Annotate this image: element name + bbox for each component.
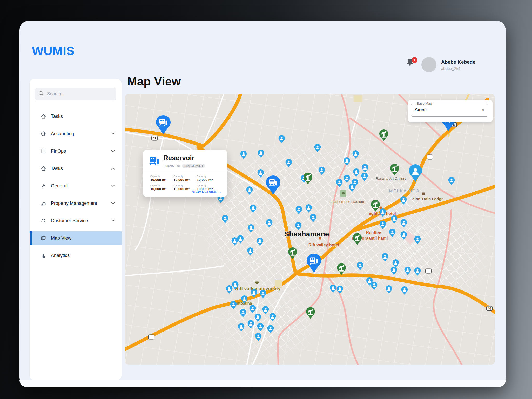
customer-marker-pin[interactable]	[352, 150, 359, 159]
customer-marker-pin[interactable]	[231, 237, 238, 246]
customer-marker-pin[interactable]	[414, 267, 421, 276]
arrow-right-icon: →	[218, 190, 221, 194]
customer-marker-pin[interactable]	[382, 253, 389, 262]
person-marker-pin[interactable]	[408, 164, 423, 182]
customer-marker-pin[interactable]	[366, 277, 373, 286]
sidebar-item-label: FinOps	[51, 148, 66, 154]
customer-marker-pin[interactable]	[240, 309, 247, 318]
notifications-button[interactable]: 1	[406, 57, 418, 71]
sidebar-item-label: General	[51, 183, 68, 189]
chevron-down-icon	[111, 150, 115, 152]
sidebar-item-finops[interactable]: FinOps	[30, 144, 122, 158]
customer-marker-pin[interactable]	[400, 219, 407, 228]
customer-marker-pin[interactable]	[232, 281, 239, 290]
reservoir-marker-pin[interactable]	[306, 253, 322, 273]
customer-marker-pin[interactable]	[248, 224, 255, 233]
customer-marker-pin[interactable]	[247, 247, 254, 256]
customer-marker-pin[interactable]	[390, 266, 398, 275]
customer-marker-pin[interactable]	[238, 323, 245, 332]
customer-marker-pin[interactable]	[357, 262, 364, 271]
water-pump-marker-pin[interactable]	[303, 172, 313, 185]
reservoir-marker-pin[interactable]	[265, 175, 281, 195]
customer-marker-pin[interactable]	[266, 219, 273, 228]
map-canvas[interactable]: Base Map Street ▼ Reservoir Property Tag…	[125, 94, 495, 365]
customer-marker-pin[interactable]	[230, 301, 237, 310]
customer-marker-pin[interactable]	[267, 325, 274, 334]
customer-marker-pin[interactable]	[247, 320, 254, 329]
customer-marker-pin[interactable]	[249, 305, 256, 314]
customer-marker-pin[interactable]	[241, 295, 248, 304]
basemap-select[interactable]: Base Map Street ▼	[411, 104, 488, 117]
customer-marker-pin[interactable]	[246, 186, 253, 195]
customer-marker-pin[interactable]	[344, 157, 351, 166]
customer-marker-pin[interactable]	[257, 237, 264, 246]
basemap-value: Street	[415, 107, 427, 113]
customer-marker-pin[interactable]	[414, 235, 421, 245]
customer-marker-pin[interactable]	[344, 174, 351, 184]
sidebar-item-tasks[interactable]: Tasks	[30, 110, 122, 123]
customer-marker-pin[interactable]	[257, 169, 264, 178]
customer-marker-pin[interactable]	[260, 290, 267, 299]
customer-marker-pin[interactable]	[262, 306, 269, 315]
customer-marker-pin[interactable]	[310, 214, 317, 223]
customer-marker-pin[interactable]	[250, 204, 257, 213]
customer-marker-pin[interactable]	[251, 289, 258, 298]
sidebar-item-map-view[interactable]: Map View	[30, 231, 122, 245]
water-pump-marker-pin[interactable]	[306, 307, 315, 319]
sidebar-item-label: Accounting	[51, 131, 74, 137]
customer-marker-pin[interactable]	[336, 285, 344, 294]
view-details-link[interactable]: VIEW DETAILS →	[192, 190, 221, 194]
customer-marker-pin[interactable]	[400, 231, 407, 240]
customer-marker-pin[interactable]	[386, 285, 393, 294]
road-number-badge	[427, 155, 433, 160]
customer-marker-pin[interactable]	[269, 313, 276, 322]
home-icon	[41, 113, 46, 119]
customer-marker-pin[interactable]	[401, 286, 408, 295]
customer-marker-pin[interactable]	[330, 284, 337, 293]
sidebar-item-property-management[interactable]: Property Management	[30, 197, 122, 210]
reservoir-marker-pin[interactable]	[155, 115, 172, 135]
customer-marker-pin[interactable]	[400, 196, 407, 205]
water-pump-marker-pin[interactable]	[336, 263, 346, 275]
customer-marker-pin[interactable]	[362, 164, 369, 173]
customer-marker-pin[interactable]	[278, 135, 285, 144]
water-pump-marker-pin[interactable]	[288, 247, 298, 260]
customer-marker-pin[interactable]	[255, 333, 262, 342]
capacity-stat: Capacity10,000 m³	[173, 175, 197, 182]
customer-marker-pin[interactable]	[305, 204, 312, 213]
customer-marker-pin[interactable]	[389, 228, 396, 238]
customer-marker-pin[interactable]	[448, 177, 455, 186]
water-pump-marker-pin[interactable]	[390, 164, 400, 176]
customer-marker-pin[interactable]	[295, 206, 302, 215]
customer-marker-pin[interactable]	[295, 222, 302, 231]
sidebar-item-tasks[interactable]: Tasks	[30, 162, 122, 175]
customer-marker-pin[interactable]	[222, 215, 229, 224]
customer-marker-pin[interactable]	[349, 183, 356, 192]
sidebar-item-customer-service[interactable]: Customer Service	[30, 214, 122, 227]
search-input[interactable]	[46, 91, 113, 97]
customer-marker-pin[interactable]	[379, 220, 386, 229]
avatar[interactable]	[421, 57, 436, 72]
customer-marker-pin[interactable]	[240, 150, 247, 159]
customer-marker-pin[interactable]	[336, 179, 343, 188]
hotel-poi-icon	[319, 237, 321, 240]
water-pump-marker-pin[interactable]	[352, 233, 362, 245]
customer-marker-pin[interactable]	[254, 313, 261, 322]
water-pump-marker-pin[interactable]	[371, 200, 380, 212]
sidebar-item-analytics[interactable]: Analytics	[30, 249, 122, 262]
customer-marker-pin[interactable]	[257, 323, 264, 332]
road-number-badge: 41	[151, 136, 158, 141]
customer-marker-pin[interactable]	[314, 144, 321, 153]
customer-marker-pin[interactable]	[353, 168, 360, 177]
customer-marker-pin[interactable]	[391, 215, 398, 224]
sidebar-item-accounting[interactable]: Accounting	[30, 127, 122, 140]
customer-marker-pin[interactable]	[318, 166, 325, 175]
customer-marker-pin[interactable]	[361, 172, 368, 181]
capacity-stat: Capacity10,000 m³	[173, 184, 197, 191]
customer-marker-pin[interactable]	[258, 149, 265, 158]
customer-marker-pin[interactable]	[285, 159, 292, 168]
water-pump-marker-pin[interactable]	[379, 129, 389, 141]
user-handle: abebe_251	[441, 66, 461, 71]
sidebar-item-general[interactable]: General	[30, 179, 122, 193]
customer-marker-pin[interactable]	[404, 266, 411, 275]
